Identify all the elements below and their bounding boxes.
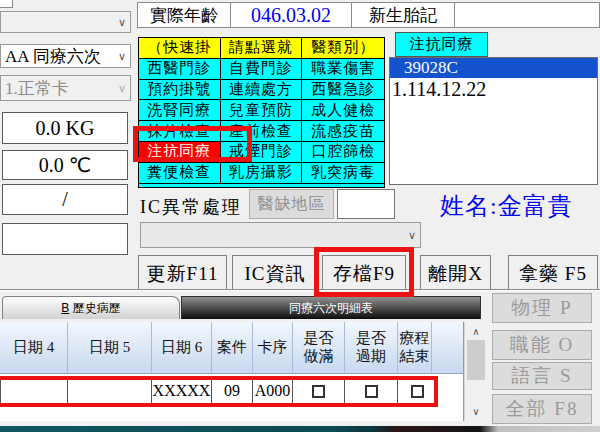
quick-item-occupational-injury[interactable]: 職業傷害 <box>302 59 384 80</box>
all-f8-button[interactable]: 全部 F8 <box>492 394 592 424</box>
patient-info-row: 實際年齡 046.03.02 新生胎記 <box>137 2 600 28</box>
quick-panel-header: 請點選就 <box>221 38 303 59</box>
cell-date6: XXXXX <box>152 377 212 405</box>
chevron-down-icon: ∨ <box>118 16 126 29</box>
cell-date4 <box>0 377 68 405</box>
actual-age-label: 實際年齡 <box>137 2 231 28</box>
quick-item-western-outpatient[interactable]: 西醫門診 <box>139 59 221 80</box>
completed-checkbox[interactable] <box>312 385 325 398</box>
therapy-detail-table: 日期 4 日期 5 日期 6 案件 卡序 是否做滿 是否過期 療程結束 XXXX… <box>0 322 464 421</box>
therapy-type-value: AA 同療六次 <box>5 45 101 68</box>
weight-input[interactable]: 0.0 KG <box>2 112 128 144</box>
save-f9-button[interactable]: 存檔F9 <box>322 255 406 293</box>
get-medicine-f5-button[interactable]: 拿藥 F5 <box>508 255 598 293</box>
small-input[interactable] <box>337 189 395 219</box>
injection-therapy-tab[interactable]: 注抗同療 <box>395 32 488 57</box>
list-item[interactable]: 1.114.12.22 <box>390 78 597 101</box>
col-date5: 日期 5 <box>68 322 152 373</box>
quick-item-smear-test[interactable]: 抹片檢查 <box>139 121 221 142</box>
col-course-end: 療程結束 <box>398 322 432 373</box>
col-date4: 日期 4 <box>0 322 68 373</box>
quick-item-injection-therapy-selected[interactable]: 注抗同療 <box>139 142 221 163</box>
table-row[interactable]: XXXXX 09 A000 <box>0 377 437 405</box>
col-case: 案件 <box>212 322 253 373</box>
quick-item-self-pay[interactable]: 自費門診 <box>221 59 303 80</box>
blood-pressure-input[interactable]: / <box>2 184 128 215</box>
chevron-down-icon: ∨ <box>118 82 126 95</box>
quick-item-flu-vaccine[interactable]: 流感疫苗 <box>302 121 384 142</box>
empty-dropdown-top[interactable]: ∨ <box>0 11 131 33</box>
update-f11-button[interactable]: 更新F11 <box>138 255 227 293</box>
ic-exception-label: IC異常處理 <box>140 195 242 219</box>
scroll-down-icon[interactable]: ∨ <box>467 403 485 419</box>
cell-card-seq: A000 <box>253 377 293 405</box>
quick-item-continuous-prescription[interactable]: 連續處方 <box>221 80 303 101</box>
therapy-type-dropdown[interactable]: AA 同療六次 ∨ <box>0 44 131 68</box>
tab-history-records[interactable]: B 歷史病歷 <box>2 296 180 319</box>
quick-item-western-emergency[interactable]: 西醫急診 <box>302 80 384 101</box>
quick-panel-header: （快速掛 <box>139 38 221 59</box>
cell-course-end <box>398 377 437 405</box>
col-expired: 是否過期 <box>345 322 398 373</box>
ic-exception-dropdown[interactable]: ∨ <box>140 222 421 248</box>
empty-input[interactable] <box>2 223 128 255</box>
quick-item-adult-checkup[interactable]: 成人健檢 <box>302 100 384 121</box>
table-scrollbar[interactable]: ∧ ∨ <box>464 322 486 421</box>
col-card-seq: 卡序 <box>253 322 293 373</box>
patient-name-label: 姓名:金富貴 <box>440 190 573 222</box>
cell-expired <box>345 377 398 405</box>
quick-panel-header: 醫類別） <box>302 38 384 59</box>
tab-therapy-six-detail[interactable]: 同療六次明細表 <box>181 296 481 319</box>
quick-item-appointment[interactable]: 預約掛號 <box>139 80 221 101</box>
table-header-row: 日期 4 日期 5 日期 6 案件 卡序 是否做滿 是否過期 療程結束 <box>0 322 463 374</box>
quick-item-mammography[interactable]: 乳房攝影 <box>221 163 303 184</box>
quick-item-smoking-cessation[interactable]: 戒煙門診 <box>221 142 303 163</box>
quick-item-oral-screening[interactable]: 口腔篩檢 <box>302 142 384 163</box>
cutoff-control-fragment <box>0 0 13 8</box>
quick-item-prenatal-checkup[interactable]: 產前檢查 <box>221 121 303 142</box>
col-date6: 日期 6 <box>152 322 212 373</box>
quick-item-stool-test[interactable]: 糞便檢查 <box>139 163 221 184</box>
exit-x-button[interactable]: 離開X <box>420 255 491 293</box>
cell-completed <box>293 377 345 405</box>
list-item-selected[interactable]: 39028C <box>390 58 597 78</box>
col-filler <box>432 322 463 373</box>
scroll-up-icon[interactable]: ∧ <box>467 323 485 339</box>
chevron-down-icon: ∨ <box>118 50 126 63</box>
cell-date5 <box>68 377 152 405</box>
quick-item-child-prevention[interactable]: 兒童預防 <box>221 100 303 121</box>
physical-therapy-button[interactable]: 物理 P <box>492 293 592 323</box>
cell-case: 09 <box>212 377 253 405</box>
window-bottom-edge <box>0 426 600 432</box>
medical-shortage-region-button[interactable]: 醫缺地區 <box>249 189 334 219</box>
card-type-dropdown[interactable]: 1.正常卡 ∨ <box>0 75 131 101</box>
actual-age-value: 046.03.02 <box>231 2 352 28</box>
course-end-checkbox[interactable] <box>411 385 424 398</box>
speech-therapy-button[interactable]: 語言 S <box>492 362 592 390</box>
temperature-input[interactable]: 0.0 ℃ <box>2 150 128 180</box>
therapy-code-listbox[interactable]: 39028C 1.114.12.22 <box>389 57 598 185</box>
empty-cell <box>455 2 600 28</box>
ic-info-button[interactable]: IC資訊 <box>232 255 318 293</box>
chevron-down-icon: ∨ <box>408 229 416 242</box>
expired-checkbox[interactable] <box>365 385 378 398</box>
col-completed: 是否做滿 <box>293 322 345 373</box>
occupational-therapy-button[interactable]: 職能 O <box>492 330 592 360</box>
quick-registration-panel: （快速掛 請點選就 醫類別） 西醫門診 自費門診 職業傷害 預約掛號 連續處方 … <box>138 37 385 188</box>
birthmark-label: 新生胎記 <box>352 2 455 28</box>
scrollbar-thumb[interactable] <box>467 340 485 380</box>
card-type-value: 1.正常卡 <box>5 77 69 100</box>
tab-history-label: 歷史病歷 <box>69 301 120 315</box>
quick-item-dialysis-therapy[interactable]: 洗腎同療 <box>139 100 221 121</box>
quick-item-papilloma-virus[interactable]: 乳突病毒 <box>302 163 384 184</box>
